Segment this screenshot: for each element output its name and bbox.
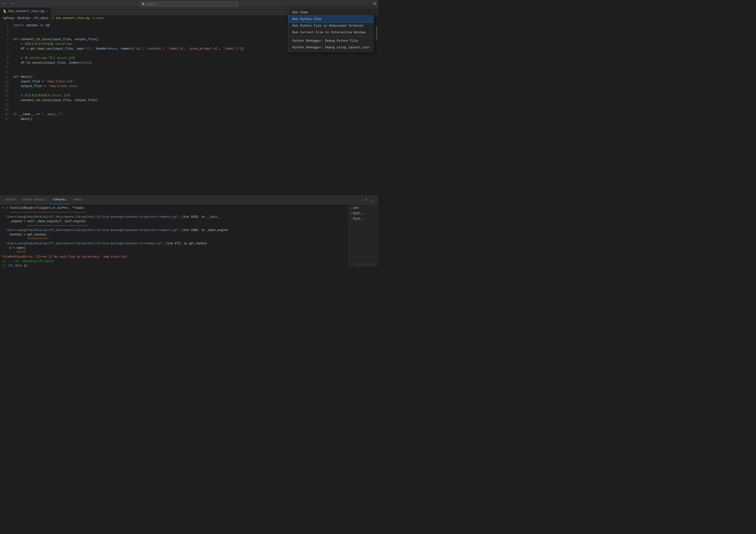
tab-ports[interactable]: PORTS [70, 196, 86, 204]
breadcrumb-item-1[interactable]: Desktop [17, 16, 30, 20]
menu-item-run-python-dedicated[interactable]: Run Python File in Dedicated Terminal [288, 22, 373, 29]
search-icon: 🔍 [142, 3, 146, 6]
panel-tabs: OUTPUT DEBUG CONSOLE TERMINAL PORTS + ⌄ [0, 196, 378, 204]
breadcrumb-item-2[interactable]: sft_data [34, 16, 48, 20]
terminal-item-pyth1[interactable]: ⊟ Pyth... [349, 211, 378, 216]
terminal-label-pyth2: Pyth... [353, 217, 365, 221]
tab-output[interactable]: OUTPUT [2, 196, 19, 204]
breadcrumb-sep-0: > [14, 16, 16, 20]
editor-scrollbar-thumb [376, 26, 377, 41]
terminal-icon-zsh: ⊟ [351, 207, 352, 210]
bottom-panel: OUTPUT DEBUG CONSOLE TERMINAL PORTS + ⌄ … [0, 196, 378, 267]
tab-debug-console[interactable]: DEBUG CONSOLE [19, 196, 49, 204]
tab-close-button[interactable]: ✕ [46, 10, 48, 13]
editor-tab[interactable]: 🐍 tex_convert_xlsx.py ✕ [0, 7, 51, 15]
menu-item-debug-launch[interactable]: Python Debugger: Debug using launch.json [288, 44, 373, 51]
tab-terminal[interactable]: TERMINAL [49, 196, 70, 204]
terminal-label-pyth1: Pyth... [353, 212, 365, 215]
breadcrumb-item-4[interactable]: ⊙ main [93, 16, 104, 20]
panel-tabs-right: + ⌄ [364, 197, 376, 203]
search-bar-wrapper: 🔍 [140, 0, 238, 7]
search-input[interactable] [147, 2, 236, 6]
breadcrumb-sep-1: > [31, 16, 33, 20]
tab-file-icon: 🐍 [3, 9, 7, 13]
context-menu: Run Code Run Python File Run Python File… [288, 8, 374, 52]
top-nav: ← → 🔍 ⊞ [0, 0, 378, 7]
tab-label: tex_convert_xlsx.py [8, 9, 45, 13]
watermark: CSDN-WF19980719 [354, 263, 376, 266]
terminal-item-pyth2[interactable]: ⊟ Pyth... [349, 216, 378, 222]
search-bar: 🔍 [140, 1, 238, 7]
menu-item-run-python-file[interactable]: Run Python File [288, 16, 373, 22]
terminal-content[interactable]: r = TextFileReader(filepath_or_buffer, *… [0, 204, 348, 267]
terminal-icon-pyth1: ⊟ [351, 212, 352, 215]
terminal-area: r = TextFileReader(filepath_or_buffer, *… [0, 204, 378, 267]
breadcrumb-item-3[interactable]: ⬡ tex_convert_xlsx.py [52, 16, 90, 20]
editor-scrollbar[interactable] [375, 21, 378, 225]
menu-item-debug-python[interactable]: Python Debugger: Debug Python File [288, 38, 373, 44]
breadcrumb-sep-2: > [49, 16, 51, 20]
line-numbers: 12345 678910 1112131415 1617181920 21 [0, 21, 11, 225]
menu-item-run-interactive[interactable]: Run Current File in Interactive Window [288, 29, 373, 36]
menu-separator [288, 37, 373, 37]
terminal-icon-pyth2: ⊟ [351, 217, 352, 220]
breadcrumb-sep-3: > [91, 16, 92, 20]
terminal-label-zsh: zsh [353, 206, 359, 210]
terminal-sidebar: ⊟ zsh ⊟ Pyth... ⊟ Pyth... [348, 204, 378, 267]
menu-item-run-code[interactable]: Run Code [288, 9, 373, 16]
forward-button[interactable]: → [10, 1, 16, 6]
layout-button[interactable]: ⊞ [373, 1, 376, 6]
back-button[interactable]: ← [2, 1, 8, 6]
add-terminal-button[interactable]: + [364, 197, 369, 203]
terminal-item-zsh[interactable]: ⊟ zsh [349, 205, 378, 211]
breadcrumb-item-0[interactable]: ngfeng [3, 16, 14, 20]
panel-chevron-button[interactable]: ⌄ [370, 197, 376, 203]
